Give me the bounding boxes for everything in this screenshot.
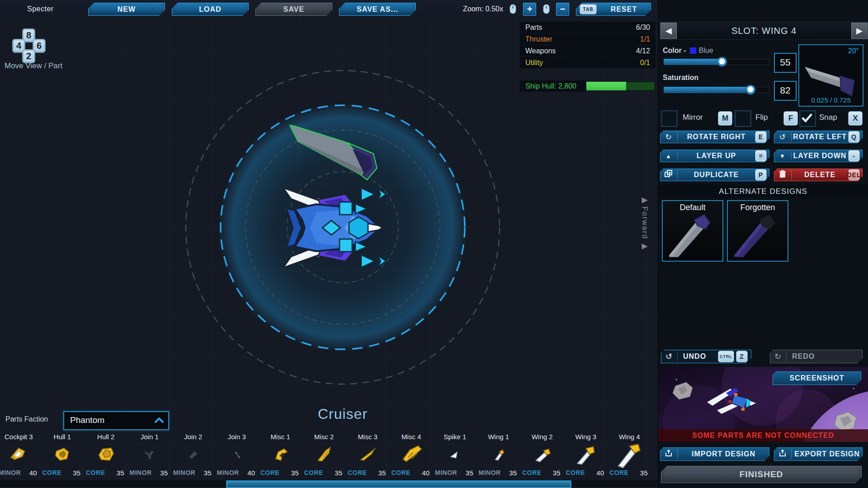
flip-checkbox[interactable] <box>735 110 751 127</box>
part-badge: MINOR <box>173 469 195 476</box>
ship-class-label: Cruiser <box>275 406 410 422</box>
mirror-checkbox[interactable] <box>661 110 678 127</box>
rotate-right-key-icon: E <box>755 131 767 143</box>
export-icon <box>774 450 792 459</box>
undo-button[interactable]: ↺ UNDO CTRL Z <box>661 350 751 363</box>
layer-down-button[interactable]: ▼ LAYER DOWN - <box>774 150 863 162</box>
part-badge: MINOR <box>130 469 152 476</box>
save-as-button[interactable]: SAVE AS... <box>339 3 416 16</box>
saturation-slider-handle[interactable] <box>745 85 755 95</box>
prev-slot-button[interactable]: ◀ <box>660 23 677 39</box>
part-item-wing1[interactable]: Wing 1 MINOR35 <box>477 433 521 478</box>
part-badge: CORE <box>348 469 367 476</box>
zoom-in-button[interactable]: + <box>523 3 536 16</box>
zoom-out-button[interactable]: − <box>556 3 569 16</box>
stat-value: 4/12 <box>636 45 650 56</box>
part-item-spike1[interactable]: Spike 1 MINOR35 <box>433 433 477 478</box>
tab-key-icon: TAB <box>580 4 597 14</box>
parts-faction-dropdown[interactable]: Phantom <box>63 411 169 430</box>
part-name: Wing 3 <box>564 433 608 442</box>
export-design-button[interactable]: EXPORT DESIGN <box>774 447 863 461</box>
layer-down-key-icon: - <box>848 150 860 162</box>
part-item-misc2[interactable]: Misc 2 CORE35 <box>302 433 346 478</box>
part-name: Wing 2 <box>520 433 564 442</box>
duplicate-button[interactable]: DUPLICATE P <box>660 169 769 181</box>
import-design-button[interactable]: IMPORT DESIGN <box>660 447 769 461</box>
part-icon <box>390 442 434 468</box>
part-item-wing4[interactable]: Wing 4 CORE35 <box>608 433 651 478</box>
rotate-right-button[interactable]: ↻ ROTATE RIGHT E <box>660 131 769 143</box>
part-item-join1[interactable]: Join 1 MINOR35 <box>128 433 172 478</box>
part-badge: CORE <box>522 469 541 476</box>
design-thumb-default[interactable]: Default <box>662 200 723 262</box>
part-item-hull2[interactable]: Hull 2 CORE35 <box>84 433 128 478</box>
screenshot-button[interactable]: SCREENSHOT <box>773 371 861 385</box>
load-button[interactable]: LOAD <box>172 3 249 16</box>
flip-label: Flip <box>755 113 768 122</box>
part-item-wing2[interactable]: Wing 2 CORE35 <box>520 433 564 478</box>
color-slider[interactable] <box>664 59 769 65</box>
parts-faction-value: Phantom <box>70 412 104 428</box>
part-item-misc1[interactable]: Misc 1 CORE35 <box>259 433 302 478</box>
stat-value: 1/1 <box>640 33 650 45</box>
forward-label: Forward <box>641 206 649 239</box>
design-name: Default <box>663 203 722 212</box>
reset-label: RESET <box>597 5 651 14</box>
snap-label: Snap <box>819 113 837 122</box>
part-badge: MINOR <box>435 469 457 476</box>
rotate-left-button[interactable]: ↺ ROTATE LEFT Q <box>774 131 863 143</box>
part-item-cockpit3[interactable]: Cockpit 3 MINOR40 <box>0 433 41 478</box>
redo-button[interactable]: ↻ REDO <box>770 350 863 363</box>
saturation-slider-fill <box>664 87 750 93</box>
delete-button[interactable]: DELETE DEL <box>774 169 863 181</box>
part-name: Misc 1 <box>259 433 302 442</box>
part-icon <box>346 442 390 468</box>
parts-scrollbar-thumb[interactable] <box>226 480 571 488</box>
save-button[interactable]: SAVE <box>255 3 332 16</box>
part-cost: 35 <box>117 469 124 477</box>
slot-header: SLOT: WING 4 ◀ ▶ <box>660 22 868 40</box>
finished-button[interactable]: FINISHED <box>661 466 862 483</box>
ship-editor-app: ▶ Forward ▶ Cruiser Specter NEW LOAD SAV… <box>0 0 868 488</box>
new-button[interactable]: NEW <box>88 3 165 16</box>
parts-scrollbar-track[interactable] <box>0 480 658 487</box>
rotate-left-key-icon: Q <box>848 131 860 143</box>
stat-label: Weapons <box>525 45 556 56</box>
saturation-slider[interactable] <box>664 87 769 93</box>
part-cost: 40 <box>29 469 37 477</box>
ctrl-key-icon: CTRL <box>718 351 734 362</box>
part-item-wing3[interactable]: Wing 3 CORE40 <box>564 433 608 478</box>
color-slider-fill <box>664 59 722 65</box>
ship-name: Specter <box>27 0 54 18</box>
snap-checkbox[interactable] <box>799 110 816 127</box>
color-slider-handle[interactable] <box>717 57 727 67</box>
snap-key-icon: X <box>848 111 863 126</box>
part-item-hull1[interactable]: Hull 1 CORE35 <box>41 433 85 478</box>
stat-row: Weapons 4/12 <box>520 45 656 56</box>
mouse-scroll-icon <box>509 4 516 14</box>
rotate-ccw-icon: ↺ <box>774 132 792 142</box>
part-item-misc3[interactable]: Misc 3 CORE35 <box>346 433 390 478</box>
part-name: Wing 4 <box>608 433 651 442</box>
layer-up-button[interactable]: ▲ LAYER UP = <box>660 150 769 162</box>
saturation-value-box[interactable]: 82 <box>774 81 797 101</box>
part-item-misc4[interactable]: Misc 4 CORE40 <box>390 433 434 478</box>
part-name: Hull 2 <box>84 433 128 442</box>
part-cost: 35 <box>378 469 386 477</box>
reset-view-button[interactable]: TAB RESET <box>576 3 651 16</box>
part-item-join3[interactable]: Join 3 MINOR40 <box>215 433 259 478</box>
color-value-box[interactable]: 55 <box>774 53 797 73</box>
forward-arrow-icon: ▶ <box>637 241 653 251</box>
part-icon <box>41 442 85 468</box>
part-cost: 35 <box>204 469 212 477</box>
stat-label: Thruster <box>525 33 552 45</box>
next-slot-button[interactable]: ▶ <box>851 23 868 39</box>
alternate-designs-title: ALTERNATE DESIGNS <box>658 185 868 197</box>
part-badge: CORE <box>392 469 410 476</box>
part-item-join2[interactable]: Join 2 MINOR35 <box>171 433 215 478</box>
design-thumb-forgotten[interactable]: Forgotten <box>727 200 788 262</box>
part-icon <box>477 442 521 468</box>
trash-icon <box>774 170 792 180</box>
part-cost: 35 <box>73 469 80 477</box>
part-icon <box>171 442 215 468</box>
